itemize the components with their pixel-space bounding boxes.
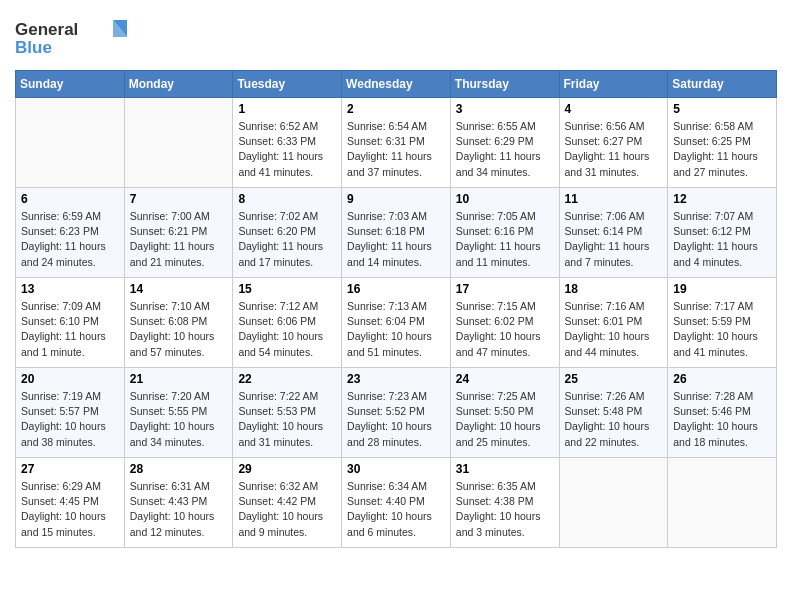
calendar-cell: 24Sunrise: 7:25 AMSunset: 5:50 PMDayligh… [450,368,559,458]
day-number: 1 [238,102,336,116]
day-info: Sunrise: 7:00 AMSunset: 6:21 PMDaylight:… [130,209,228,270]
calendar-week-row: 27Sunrise: 6:29 AMSunset: 4:45 PMDayligh… [16,458,777,548]
day-info: Sunrise: 7:22 AMSunset: 5:53 PMDaylight:… [238,389,336,450]
day-info: Sunrise: 7:23 AMSunset: 5:52 PMDaylight:… [347,389,445,450]
day-number: 13 [21,282,119,296]
day-info: Sunrise: 7:09 AMSunset: 6:10 PMDaylight:… [21,299,119,360]
day-number: 22 [238,372,336,386]
day-number: 27 [21,462,119,476]
day-of-week-friday: Friday [559,71,668,98]
day-info: Sunrise: 6:55 AMSunset: 6:29 PMDaylight:… [456,119,554,180]
calendar-cell: 20Sunrise: 7:19 AMSunset: 5:57 PMDayligh… [16,368,125,458]
calendar-cell: 11Sunrise: 7:06 AMSunset: 6:14 PMDayligh… [559,188,668,278]
day-number: 2 [347,102,445,116]
day-number: 29 [238,462,336,476]
day-info: Sunrise: 6:58 AMSunset: 6:25 PMDaylight:… [673,119,771,180]
day-number: 24 [456,372,554,386]
calendar-cell: 31Sunrise: 6:35 AMSunset: 4:38 PMDayligh… [450,458,559,548]
day-number: 25 [565,372,663,386]
day-of-week-monday: Monday [124,71,233,98]
day-number: 31 [456,462,554,476]
day-of-week-sunday: Sunday [16,71,125,98]
day-info: Sunrise: 7:06 AMSunset: 6:14 PMDaylight:… [565,209,663,270]
calendar-cell: 29Sunrise: 6:32 AMSunset: 4:42 PMDayligh… [233,458,342,548]
calendar-cell: 6Sunrise: 6:59 AMSunset: 6:23 PMDaylight… [16,188,125,278]
calendar-cell [124,98,233,188]
calendar-cell: 9Sunrise: 7:03 AMSunset: 6:18 PMDaylight… [342,188,451,278]
calendar-cell: 2Sunrise: 6:54 AMSunset: 6:31 PMDaylight… [342,98,451,188]
day-of-week-saturday: Saturday [668,71,777,98]
day-info: Sunrise: 7:12 AMSunset: 6:06 PMDaylight:… [238,299,336,360]
calendar-week-row: 20Sunrise: 7:19 AMSunset: 5:57 PMDayligh… [16,368,777,458]
calendar-cell: 22Sunrise: 7:22 AMSunset: 5:53 PMDayligh… [233,368,342,458]
page-header: General Blue [15,15,777,60]
day-number: 19 [673,282,771,296]
calendar-cell: 3Sunrise: 6:55 AMSunset: 6:29 PMDaylight… [450,98,559,188]
day-number: 3 [456,102,554,116]
calendar-cell: 8Sunrise: 7:02 AMSunset: 6:20 PMDaylight… [233,188,342,278]
day-number: 15 [238,282,336,296]
day-info: Sunrise: 7:03 AMSunset: 6:18 PMDaylight:… [347,209,445,270]
day-info: Sunrise: 7:19 AMSunset: 5:57 PMDaylight:… [21,389,119,450]
svg-text:General: General [15,20,78,39]
calendar-cell: 23Sunrise: 7:23 AMSunset: 5:52 PMDayligh… [342,368,451,458]
day-info: Sunrise: 6:35 AMSunset: 4:38 PMDaylight:… [456,479,554,540]
day-number: 8 [238,192,336,206]
day-number: 16 [347,282,445,296]
calendar-table: SundayMondayTuesdayWednesdayThursdayFrid… [15,70,777,548]
day-info: Sunrise: 7:20 AMSunset: 5:55 PMDaylight:… [130,389,228,450]
day-number: 28 [130,462,228,476]
calendar-week-row: 6Sunrise: 6:59 AMSunset: 6:23 PMDaylight… [16,188,777,278]
day-number: 9 [347,192,445,206]
day-info: Sunrise: 7:28 AMSunset: 5:46 PMDaylight:… [673,389,771,450]
calendar-cell: 28Sunrise: 6:31 AMSunset: 4:43 PMDayligh… [124,458,233,548]
day-number: 30 [347,462,445,476]
svg-text:Blue: Blue [15,38,52,57]
day-info: Sunrise: 7:16 AMSunset: 6:01 PMDaylight:… [565,299,663,360]
day-number: 10 [456,192,554,206]
day-info: Sunrise: 6:59 AMSunset: 6:23 PMDaylight:… [21,209,119,270]
calendar-cell [16,98,125,188]
day-of-week-wednesday: Wednesday [342,71,451,98]
calendar-cell: 16Sunrise: 7:13 AMSunset: 6:04 PMDayligh… [342,278,451,368]
day-number: 18 [565,282,663,296]
calendar-cell: 18Sunrise: 7:16 AMSunset: 6:01 PMDayligh… [559,278,668,368]
day-number: 7 [130,192,228,206]
calendar-cell [668,458,777,548]
calendar-cell: 12Sunrise: 7:07 AMSunset: 6:12 PMDayligh… [668,188,777,278]
calendar-cell: 10Sunrise: 7:05 AMSunset: 6:16 PMDayligh… [450,188,559,278]
logo-svg: General Blue [15,15,135,60]
day-number: 23 [347,372,445,386]
calendar-header-row: SundayMondayTuesdayWednesdayThursdayFrid… [16,71,777,98]
calendar-cell: 5Sunrise: 6:58 AMSunset: 6:25 PMDaylight… [668,98,777,188]
day-number: 5 [673,102,771,116]
day-number: 6 [21,192,119,206]
calendar-cell: 17Sunrise: 7:15 AMSunset: 6:02 PMDayligh… [450,278,559,368]
calendar-cell: 30Sunrise: 6:34 AMSunset: 4:40 PMDayligh… [342,458,451,548]
day-number: 21 [130,372,228,386]
day-info: Sunrise: 7:07 AMSunset: 6:12 PMDaylight:… [673,209,771,270]
day-info: Sunrise: 7:13 AMSunset: 6:04 PMDaylight:… [347,299,445,360]
calendar-cell: 27Sunrise: 6:29 AMSunset: 4:45 PMDayligh… [16,458,125,548]
calendar-cell: 26Sunrise: 7:28 AMSunset: 5:46 PMDayligh… [668,368,777,458]
day-info: Sunrise: 6:54 AMSunset: 6:31 PMDaylight:… [347,119,445,180]
logo: General Blue [15,15,135,60]
day-info: Sunrise: 7:26 AMSunset: 5:48 PMDaylight:… [565,389,663,450]
day-info: Sunrise: 6:31 AMSunset: 4:43 PMDaylight:… [130,479,228,540]
calendar-cell: 14Sunrise: 7:10 AMSunset: 6:08 PMDayligh… [124,278,233,368]
day-info: Sunrise: 6:56 AMSunset: 6:27 PMDaylight:… [565,119,663,180]
calendar-week-row: 1Sunrise: 6:52 AMSunset: 6:33 PMDaylight… [16,98,777,188]
day-number: 11 [565,192,663,206]
day-info: Sunrise: 6:34 AMSunset: 4:40 PMDaylight:… [347,479,445,540]
day-info: Sunrise: 7:05 AMSunset: 6:16 PMDaylight:… [456,209,554,270]
day-info: Sunrise: 7:15 AMSunset: 6:02 PMDaylight:… [456,299,554,360]
day-number: 20 [21,372,119,386]
day-info: Sunrise: 7:10 AMSunset: 6:08 PMDaylight:… [130,299,228,360]
day-of-week-tuesday: Tuesday [233,71,342,98]
calendar-cell: 1Sunrise: 6:52 AMSunset: 6:33 PMDaylight… [233,98,342,188]
calendar-cell: 25Sunrise: 7:26 AMSunset: 5:48 PMDayligh… [559,368,668,458]
calendar-cell: 19Sunrise: 7:17 AMSunset: 5:59 PMDayligh… [668,278,777,368]
day-of-week-thursday: Thursday [450,71,559,98]
day-info: Sunrise: 7:17 AMSunset: 5:59 PMDaylight:… [673,299,771,360]
calendar-week-row: 13Sunrise: 7:09 AMSunset: 6:10 PMDayligh… [16,278,777,368]
